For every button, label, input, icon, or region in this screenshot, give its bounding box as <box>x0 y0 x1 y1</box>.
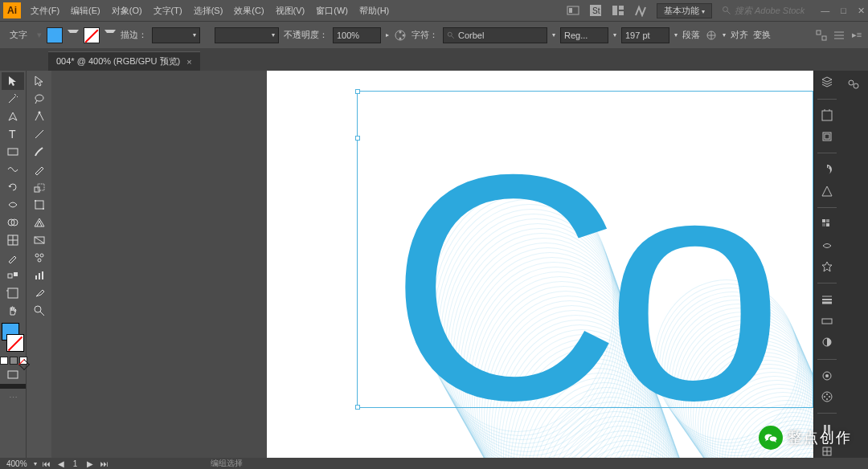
zoom-tool[interactable] <box>28 302 51 320</box>
brush-field[interactable]: ▾ <box>215 27 279 43</box>
color-guide-icon[interactable] <box>818 185 836 198</box>
svg-point-12 <box>399 37 402 39</box>
shaper-tool[interactable] <box>2 161 24 178</box>
wechat-icon <box>759 426 783 450</box>
stroke-dropdown[interactable] <box>104 30 116 41</box>
symbols-panel-icon[interactable] <box>818 260 836 274</box>
selection-tool[interactable] <box>2 72 24 90</box>
stroke-swatch[interactable] <box>84 27 100 43</box>
svg-rect-48 <box>35 275 37 279</box>
gradient-tool[interactable] <box>28 231 51 249</box>
align-button[interactable] <box>705 29 718 42</box>
artboard-tool[interactable] <box>2 284 24 302</box>
svg-point-13 <box>448 32 452 36</box>
stroke-weight-field[interactable]: ▾ <box>152 27 200 43</box>
search-stock[interactable]: 搜索 Adobe Stock <box>722 5 805 17</box>
fill-stroke-indicator[interactable] <box>2 323 24 352</box>
isolate-icon[interactable] <box>815 29 828 42</box>
nav-last[interactable]: ⏭ <box>100 459 109 468</box>
blend-tool[interactable] <box>2 267 24 284</box>
opacity-field[interactable]: 100% <box>333 27 381 43</box>
minimize-button[interactable]: — <box>821 6 829 16</box>
hand-tool[interactable] <box>2 302 24 320</box>
canvas-area[interactable]: document.write(Array.from({length:60},(_… <box>51 71 813 458</box>
transform-label[interactable]: 变换 <box>753 29 771 41</box>
arrange-icon[interactable] <box>612 4 624 17</box>
status-bar: 400%▾ ⏮ ◀ 1 ▶ ⏭ 编组选择 <box>0 458 868 469</box>
rotate-tool[interactable] <box>2 178 24 196</box>
menu-select[interactable]: 选择(S) <box>189 2 228 19</box>
perspective-tool[interactable] <box>28 214 51 231</box>
shape-builder-tool[interactable] <box>2 214 24 231</box>
curvature-tool[interactable] <box>28 108 51 125</box>
menu-file[interactable]: 文件(F) <box>26 2 64 19</box>
symbol-tool[interactable] <box>28 249 51 267</box>
font-size-field[interactable]: 197 pt <box>621 27 669 43</box>
brush-tool[interactable] <box>28 143 51 161</box>
appearance-panel-icon[interactable] <box>818 369 836 382</box>
stroke-panel-icon[interactable] <box>818 293 836 307</box>
stock-icon[interactable]: St <box>589 4 602 17</box>
asset-export-icon[interactable] <box>818 130 836 144</box>
color-panel-icon[interactable] <box>818 163 836 177</box>
color-mode-row[interactable] <box>0 357 27 365</box>
menu-object[interactable]: 对象(O) <box>107 2 147 19</box>
svg-point-69 <box>826 394 828 395</box>
nav-next[interactable]: ▶ <box>85 459 95 468</box>
mesh-tool[interactable] <box>2 231 24 249</box>
menu-edit[interactable]: 编辑(E) <box>66 2 105 19</box>
font-family-field[interactable]: Corbel <box>443 27 547 43</box>
zoom-level[interactable]: 400% <box>0 459 34 468</box>
canvas-text-object[interactable]: Co <box>389 159 768 416</box>
libraries-icon[interactable] <box>845 75 862 93</box>
brushes-panel-icon[interactable] <box>818 239 836 252</box>
settings-icon[interactable] <box>833 29 845 42</box>
gpu-icon[interactable] <box>634 4 647 17</box>
paragraph-label[interactable]: 段落 <box>682 29 700 41</box>
menu-view[interactable]: 视图(V) <box>271 2 310 19</box>
panel-options-icon[interactable]: ▸≡ <box>850 29 863 42</box>
recolor-icon[interactable] <box>394 29 407 42</box>
menu-type[interactable]: 文字(T) <box>149 2 187 19</box>
menu-window[interactable]: 窗口(W) <box>311 2 353 19</box>
svg-line-44 <box>35 237 44 243</box>
edit-toolbar-button[interactable]: ⋯ <box>2 389 24 406</box>
maximize-button[interactable]: □ <box>841 6 846 16</box>
pencil-tool[interactable] <box>28 161 51 178</box>
bridge-icon[interactable] <box>567 4 579 17</box>
screen-mode-tool[interactable] <box>2 366 24 384</box>
free-transform-tool[interactable] <box>28 196 51 214</box>
slice-tool[interactable] <box>28 284 51 302</box>
width-tool[interactable] <box>2 196 24 214</box>
artboards-panel-icon[interactable] <box>818 108 836 122</box>
nav-first[interactable]: ⏮ <box>42 459 51 468</box>
close-button[interactable]: ✕ <box>858 6 865 16</box>
font-style-field[interactable]: Reg... <box>560 27 608 43</box>
lasso-tool[interactable] <box>28 90 51 108</box>
menu-effect[interactable]: 效果(C) <box>229 2 268 19</box>
swatches-panel-icon[interactable] <box>818 218 836 231</box>
menu-help[interactable]: 帮助(H) <box>354 2 394 19</box>
line-tool[interactable] <box>28 125 51 143</box>
layers-panel-icon[interactable] <box>818 75 836 89</box>
svg-point-10 <box>399 31 402 33</box>
scale-tool[interactable] <box>28 178 51 196</box>
direct-selection-tool[interactable] <box>28 72 51 90</box>
workspace-switcher[interactable]: 基本功能 ▾ <box>657 3 712 18</box>
magic-wand-tool[interactable] <box>2 90 24 108</box>
gradient-panel-icon[interactable] <box>818 315 836 328</box>
rectangle-tool[interactable] <box>2 143 24 161</box>
document-tab[interactable]: 004* @ 400% (RGB/GPU 预览) × <box>48 51 200 71</box>
align-label[interactable]: 对齐 <box>731 29 748 41</box>
nav-prev[interactable]: ◀ <box>56 459 66 468</box>
graphic-styles-icon[interactable] <box>818 390 836 404</box>
type-tool[interactable]: T <box>2 125 24 143</box>
eyedropper-tool[interactable] <box>2 249 24 267</box>
pen-tool[interactable] <box>2 108 24 125</box>
graph-tool[interactable] <box>28 267 51 284</box>
tab-close-icon[interactable]: × <box>186 57 191 67</box>
fill-swatch[interactable] <box>47 27 63 43</box>
fill-dropdown[interactable] <box>68 30 79 41</box>
nav-current[interactable]: 1 <box>71 459 80 468</box>
transparency-panel-icon[interactable] <box>818 336 836 349</box>
